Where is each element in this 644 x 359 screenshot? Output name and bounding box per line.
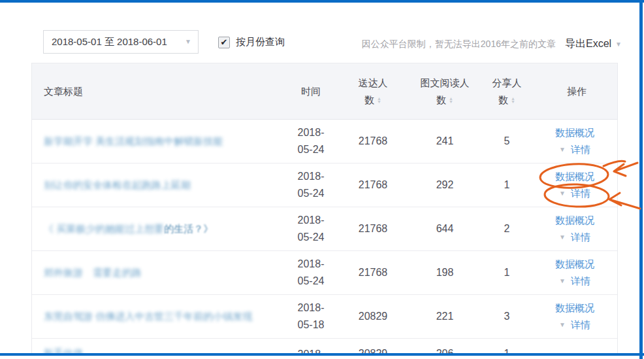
- chevron-down-icon: ▼: [185, 39, 191, 45]
- sort-down-icon: ▼: [511, 100, 515, 103]
- publish-date: 2018-05-24: [288, 120, 334, 163]
- shared-count: 5: [477, 120, 536, 163]
- data-overview-link[interactable]: 数据概况: [555, 301, 594, 316]
- delivered-count: 21768: [334, 163, 412, 207]
- delivered-count: 21768: [334, 207, 412, 250]
- chevron-down-icon[interactable]: ▼: [559, 146, 566, 153]
- detail-link[interactable]: 详情: [571, 274, 590, 289]
- table-header-row: 文章标题 时间 送达人 数▲▼ 图文阅读人 数▲▼ 分享人 数▲▼ 操作: [32, 63, 617, 120]
- delivered-count: 20829: [334, 295, 412, 338]
- header-read-line2: 数: [436, 94, 446, 106]
- read-count: 198: [412, 251, 477, 294]
- month-checkbox-label: 按月份查询: [236, 36, 285, 48]
- article-title-link[interactable]: 别让你的安全体检在起跑路上延期: [44, 178, 191, 193]
- sort-shared-button[interactable]: ▲▼: [511, 97, 515, 103]
- read-count: 221: [412, 295, 477, 338]
- screenshot-border-bottom: [0, 353, 644, 356]
- article-stats-table: 文章标题 时间 送达人 数▲▼ 图文阅读人 数▲▼ 分享人 数▲▼ 操作 新学期…: [31, 63, 618, 359]
- blurred-title-text: 东莞自驾游 仿佛进入中古世三千年前的小镇发现: [44, 311, 252, 322]
- checkbox-check-icon: ✔: [221, 37, 228, 47]
- sort-read-button[interactable]: ▲▼: [449, 97, 453, 103]
- detail-link[interactable]: 详情: [571, 186, 590, 201]
- header-shared-line1: 分享人: [492, 77, 522, 89]
- publish-date: 2018-05-24: [288, 207, 334, 250]
- data-overview-link[interactable]: 数据概况: [555, 213, 594, 228]
- chevron-down-icon[interactable]: ▼: [559, 278, 566, 284]
- query-by-month-option: ✔ 按月份查询: [218, 36, 285, 48]
- export-excel-label: 导出Excel: [565, 37, 611, 51]
- chevron-down-icon: ▼: [615, 41, 622, 48]
- read-count: 241: [412, 120, 477, 163]
- delivered-count: 21768: [334, 251, 412, 294]
- detail-link[interactable]: 详情: [571, 230, 590, 245]
- chevron-down-icon[interactable]: ▼: [559, 190, 566, 197]
- header-time: 时间: [288, 63, 334, 119]
- bottom-mask: [0, 356, 644, 359]
- export-limit-hint: 因公众平台限制，暂无法导出2016年之前的文章: [362, 39, 556, 50]
- publish-date: 2018-05-24: [288, 251, 334, 294]
- chevron-down-icon[interactable]: ▼: [559, 234, 566, 241]
- title-tail-text: 的生活？》: [164, 223, 213, 234]
- screenshot-border-right: [639, 0, 643, 359]
- delivered-count: 21768: [334, 120, 412, 163]
- screenshot-border-top: [0, 0, 644, 3]
- table-row: 东莞自驾游 仿佛进入中古世三千年前的小镇发现 2018-05-18 20829 …: [32, 295, 617, 339]
- table-row: 新学期开学 美生活规划指南中解锁新技能 2018-05-24 21768 241…: [32, 120, 617, 163]
- article-title-link[interactable]: 《 买菜极少的她能过上想要的生活？》: [44, 222, 213, 237]
- header-delivered-line1: 送达人: [359, 77, 388, 89]
- publish-date: 2018-05-18: [288, 295, 334, 338]
- read-count: 644: [412, 207, 477, 250]
- header-shared: 分享人 数▲▼: [477, 63, 536, 119]
- detail-link[interactable]: 详情: [571, 143, 590, 158]
- toolbar-right: 因公众平台限制，暂无法导出2016年之前的文章 导出Excel ▼: [362, 37, 622, 51]
- blurred-title-text: 《 买菜极少的她能过上想要: [44, 223, 164, 234]
- header-delivered: 送达人 数▲▼: [334, 63, 412, 119]
- data-overview-link[interactable]: 数据概况: [555, 169, 594, 184]
- detail-link[interactable]: 详情: [571, 318, 590, 333]
- header-read-line1: 图文阅读人: [421, 77, 470, 89]
- header-article-title: 文章标题: [32, 63, 288, 119]
- data-overview-link[interactable]: 数据概况: [555, 126, 594, 141]
- header-delivered-line2: 数: [364, 94, 374, 106]
- date-range-select[interactable]: 2018-05-01 至 2018-06-01 ▼: [43, 30, 199, 54]
- article-title-link[interactable]: 东莞自驾游 仿佛进入中古世三千年前的小镇发现: [44, 309, 252, 324]
- shared-count: 1: [477, 163, 536, 207]
- blurred-title-text: 别让你的安全体检在起跑路上延期: [44, 179, 191, 190]
- month-checkbox[interactable]: ✔: [218, 37, 230, 48]
- sort-delivered-button[interactable]: ▲▼: [377, 97, 381, 103]
- blurred-title-text: 郊外旅游 需要走的路: [44, 267, 142, 278]
- table-row: 郊外旅游 需要走的路 2018-05-24 21768 198 1 数据概况 ▼…: [32, 251, 617, 295]
- shared-count: 1: [477, 251, 536, 294]
- sort-down-icon: ▼: [377, 100, 381, 103]
- read-count: 292: [412, 163, 477, 207]
- article-title-link[interactable]: 新学期开学 美生活规划指南中解锁新技能: [44, 134, 223, 149]
- article-title-link[interactable]: 郊外旅游 需要走的路: [44, 265, 142, 281]
- shared-count: 2: [477, 207, 536, 250]
- blurred-title-text: 新学期开学 美生活规划指南中解锁新技能: [44, 135, 223, 146]
- header-actions: 操作: [536, 63, 617, 119]
- chevron-down-icon[interactable]: ▼: [559, 322, 566, 328]
- table-row: 别让你的安全体检在起跑路上延期 2018-05-24 21768 292 1 数…: [32, 163, 617, 207]
- date-range-value: 2018-05-01 至 2018-06-01: [52, 36, 167, 48]
- shared-count: 3: [477, 295, 536, 338]
- table-row: 《 买菜极少的她能过上想要的生活？》 2018-05-24 21768 644 …: [32, 207, 617, 251]
- sort-down-icon: ▼: [449, 100, 453, 103]
- header-read: 图文阅读人 数▲▼: [412, 63, 477, 119]
- export-excel-button[interactable]: 导出Excel ▼: [565, 37, 622, 51]
- data-overview-link[interactable]: 数据概况: [555, 257, 594, 272]
- publish-date: 2018-05-24: [288, 163, 334, 207]
- header-shared-line2: 数: [498, 94, 508, 106]
